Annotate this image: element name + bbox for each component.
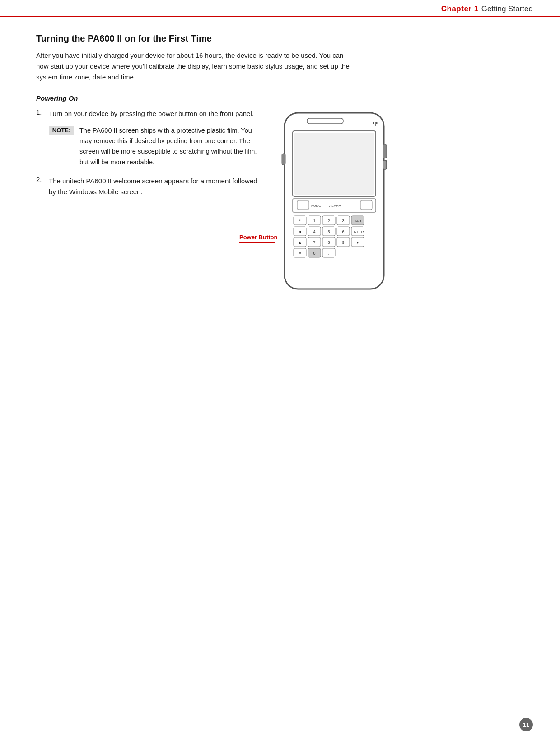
- svg-text:#: #: [299, 251, 301, 256]
- svg-rect-47: [383, 160, 387, 169]
- svg-text:3: 3: [342, 219, 344, 223]
- svg-text:5: 5: [327, 229, 330, 234]
- svg-text:1: 1: [313, 219, 315, 223]
- header-title: Getting Started: [481, 5, 533, 14]
- subsection-title: Powering On: [36, 94, 524, 102]
- page-number: 11: [519, 718, 533, 731]
- page-header: Chapter 1 Getting Started: [0, 0, 560, 17]
- content-columns: 1. Turn on your device by pressing the p…: [36, 108, 524, 299]
- svg-rect-1: [307, 118, 343, 124]
- device-image: Power Button ᵒlᵒ: [266, 108, 402, 299]
- svg-text:6: 6: [342, 229, 344, 234]
- svg-text:7: 7: [313, 240, 315, 245]
- step-1-text: Turn on your device by pressing the powe…: [49, 108, 254, 119]
- power-button-label: Power Button: [239, 234, 278, 241]
- note-text: The PA600 II screen ships with a protect…: [79, 126, 257, 168]
- chapter-num: 1: [474, 5, 479, 13]
- section-title: Turning the PA600 II on for the First Ti…: [36, 33, 524, 44]
- svg-text:ENTER: ENTER: [351, 230, 364, 234]
- svg-text:FUNC: FUNC: [311, 204, 321, 208]
- svg-text:◄: ◄: [298, 229, 302, 234]
- page-content: Turning the PA600 II on for the First Ti…: [0, 17, 560, 326]
- svg-text:0: 0: [313, 251, 315, 256]
- svg-text:ᵒlᵒ: ᵒlᵒ: [373, 121, 378, 126]
- svg-text:9: 9: [342, 240, 344, 245]
- svg-text:4: 4: [313, 229, 315, 234]
- note-block: NOTE: The PA600 II screen ships with a p…: [49, 126, 257, 168]
- svg-text:TAB: TAB: [355, 219, 361, 223]
- svg-rect-48: [282, 154, 285, 165]
- device-image-column: Power Button ᵒlᵒ: [257, 108, 524, 299]
- svg-text:ALPHA: ALPHA: [329, 204, 341, 208]
- step-2: 2. The unitech PA600 II welcome screen a…: [36, 176, 257, 197]
- svg-text:.: .: [328, 251, 330, 256]
- svg-text:▲: ▲: [298, 240, 302, 245]
- svg-rect-8: [297, 200, 309, 210]
- svg-rect-46: [383, 144, 387, 158]
- svg-rect-9: [360, 200, 372, 210]
- svg-text:2: 2: [327, 219, 330, 223]
- steps-column: 1. Turn on your device by pressing the p…: [36, 108, 257, 204]
- svg-rect-4: [294, 133, 374, 195]
- svg-text:▼: ▼: [356, 241, 359, 245]
- svg-text:*: *: [299, 219, 301, 223]
- chapter-label: Chapter 1: [441, 5, 479, 14]
- svg-text:8: 8: [327, 240, 330, 245]
- intro-text: After you have initially charged your de…: [36, 50, 352, 83]
- step-2-num: 2.: [36, 176, 49, 183]
- step-1-num: 1.: [36, 108, 49, 116]
- note-label: NOTE:: [49, 126, 74, 135]
- device-svg: ᵒlᵒ FUNC ALPHA: [266, 108, 402, 298]
- step-2-text: The unitech PA600 II welcome screen appe…: [49, 176, 257, 197]
- chapter-word: Chapter: [441, 5, 472, 13]
- step-1: 1. Turn on your device by pressing the p…: [36, 108, 257, 119]
